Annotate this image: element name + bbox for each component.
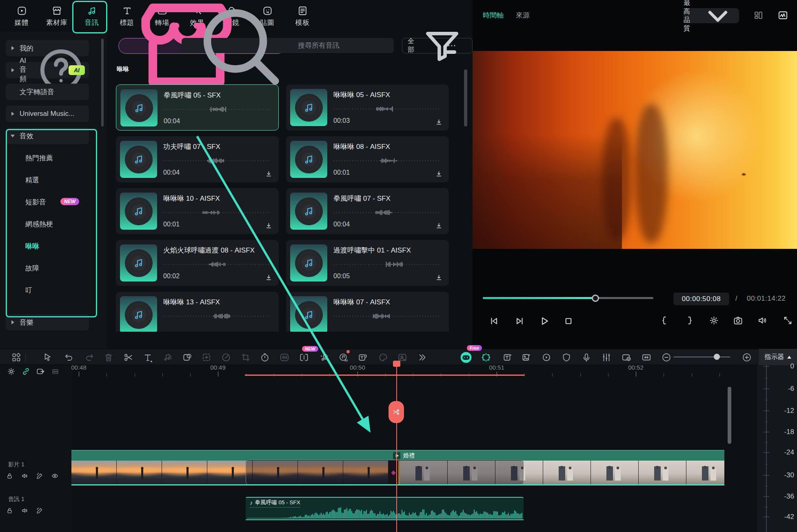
sidebar-item-熱門推薦[interactable]: 熱門推薦	[6, 150, 89, 166]
layout-grid-icon[interactable]	[753, 10, 764, 21]
export-media-icon[interactable]	[521, 352, 532, 363]
fullscreen-icon[interactable]	[782, 315, 793, 326]
ai-music-icon[interactable]: AI	[338, 352, 349, 363]
timer-icon[interactable]	[260, 352, 270, 363]
nav-tab-素材庫[interactable]: 素材庫	[39, 4, 74, 27]
sidebar-item-Universal Music...[interactable]: Universal Music...	[6, 106, 89, 122]
sidebar-item-短影音[interactable]: 短影音NEW	[6, 194, 89, 210]
audio-notes-icon[interactable]	[162, 352, 173, 363]
audio-mixer-icon[interactable]	[601, 352, 612, 363]
split-at-playhead-button[interactable]	[389, 401, 404, 423]
sidebar-item-叮[interactable]: 叮	[6, 282, 89, 298]
timeline-zoom-slider[interactable]	[673, 357, 730, 357]
sidebar-item-精選[interactable]: 精選	[6, 172, 89, 188]
nav-tab-媒體[interactable]: 媒體	[4, 4, 39, 27]
audio-card[interactable]: 拳風呼嘯 05 - SFX00:04	[116, 84, 279, 131]
download-icon[interactable]	[264, 222, 273, 230]
split-scissors-icon[interactable]	[123, 352, 133, 363]
scopes-icon[interactable]	[777, 10, 788, 21]
sidebar-item-AI音頻[interactable]: AI音頻AI	[6, 62, 89, 78]
audio-clip[interactable]: ♪ 拳風呼嘯 05 - SFX	[246, 497, 524, 519]
download-icon[interactable]	[435, 222, 443, 230]
search-box[interactable]	[182, 38, 394, 53]
add-keyframe-icon[interactable]	[201, 352, 212, 363]
lock-icon[interactable]	[6, 472, 13, 480]
link-clips-icon[interactable]	[21, 367, 31, 376]
sidebar-item-文字轉語音[interactable]: 文字轉語音	[6, 84, 89, 100]
toggle-visibility-icon[interactable]	[51, 472, 59, 480]
sidebar-item-咻咻[interactable]: 咻咻	[6, 238, 89, 254]
track-volume-icon[interactable]	[21, 472, 29, 480]
video-preview[interactable]	[473, 51, 797, 249]
magnet-icon[interactable]	[51, 367, 60, 376]
next-frame-icon[interactable]	[513, 315, 526, 327]
mask-icon[interactable]	[182, 352, 193, 363]
card-list-scrollbar[interactable]	[464, 69, 467, 126]
ai-paint-icon[interactable]	[378, 352, 389, 363]
speech-to-text-icon[interactable]	[357, 352, 368, 363]
auto-ripple-icon[interactable]	[36, 367, 45, 376]
snapshot-icon[interactable]	[733, 315, 744, 326]
audio-card[interactable]: 咻咻咻 08 - AISFX00:01	[286, 136, 449, 182]
audio-card[interactable]: 咻咻咻 07 - AISFX	[286, 292, 449, 332]
prev-frame-icon[interactable]	[488, 315, 500, 327]
filter-button[interactable]: 全部	[402, 38, 473, 53]
timeline-vertical-scrollbar[interactable]	[728, 387, 731, 444]
redo-icon[interactable]	[84, 352, 95, 363]
preview-tab-時間軸[interactable]: 時間軸	[483, 11, 504, 20]
play-icon[interactable]	[538, 315, 551, 327]
text-tool-icon[interactable]	[142, 352, 153, 363]
audio-card[interactable]: 咻咻咻 13 - AISFX	[116, 292, 279, 332]
audio-card[interactable]: 功夫呼嘯 07 - SFX00:04	[116, 136, 279, 182]
magic-wand-icon[interactable]	[36, 472, 44, 480]
speed-icon[interactable]	[221, 352, 231, 363]
smart-cut-icon[interactable]	[299, 352, 309, 363]
audio-card[interactable]: 咻咻咻 10 - AISFX00:01	[116, 188, 279, 234]
audio-card[interactable]: 咻咻咻 05 - AISFX00:03	[286, 84, 449, 131]
audio-stretch-icon[interactable]	[279, 352, 290, 363]
playhead-line[interactable]	[396, 362, 397, 532]
undo-icon[interactable]	[64, 352, 74, 363]
more-options-button[interactable]	[446, 41, 458, 51]
playhead-handle[interactable]	[393, 361, 400, 367]
track-volume-icon[interactable]	[21, 507, 29, 514]
more-tools-icon[interactable]	[417, 352, 427, 363]
timeline-zoom-knob[interactable]	[714, 354, 720, 360]
export-title-icon[interactable]	[502, 352, 513, 363]
render-preview-icon[interactable]	[541, 352, 552, 363]
sidebar-item-故障[interactable]: 故障	[6, 260, 89, 276]
current-timecode[interactable]: 00:00:50:08	[673, 293, 729, 305]
download-icon[interactable]	[264, 170, 273, 178]
download-icon[interactable]	[435, 118, 443, 126]
auto-fit-icon[interactable]	[641, 352, 652, 363]
audio-card[interactable]: 火焰火球呼嘯過渡 08 - AISFX00:02	[116, 240, 279, 286]
select-cursor-icon[interactable]	[42, 352, 53, 363]
mascot-icon[interactable]	[460, 351, 473, 364]
zoom-in-icon[interactable]	[741, 352, 752, 363]
audio-card[interactable]: 拳風呼嘯 07 - SFX00:04	[286, 188, 449, 234]
audio-card[interactable]: 過渡呼嘯擊中 01 - AISFX00:05	[286, 240, 449, 286]
preview-tab-來源[interactable]: 來源	[516, 11, 530, 20]
player-settings-icon[interactable]	[708, 315, 719, 326]
voiceover-mic-icon[interactable]	[581, 352, 592, 363]
trim-mode-icon[interactable]	[481, 352, 491, 363]
delete-icon[interactable]	[103, 352, 114, 363]
lock-icon[interactable]	[6, 507, 13, 514]
apps-grid-icon[interactable]	[11, 352, 22, 363]
mark-in-icon[interactable]	[659, 315, 670, 326]
beat-detect-icon[interactable]	[319, 352, 330, 363]
mark-out-icon[interactable]	[684, 315, 695, 326]
sidebar-item-網感熱梗[interactable]: 網感熱梗	[6, 216, 89, 232]
nav-tab-音訊[interactable]: 音訊	[74, 4, 109, 27]
replace-clip-icon[interactable]	[621, 352, 632, 363]
sidebar-item-音樂[interactable]: 音樂	[6, 314, 89, 330]
download-icon[interactable]	[435, 273, 443, 282]
search-input[interactable]	[297, 41, 389, 50]
quality-dropdown[interactable]: 最高品質	[684, 8, 739, 23]
zoom-out-icon[interactable]	[661, 352, 672, 363]
magic-wand-icon[interactable]	[36, 507, 44, 514]
crop-icon[interactable]	[240, 352, 251, 363]
sidebar-item-音效[interactable]: 音效	[6, 128, 89, 144]
download-icon[interactable]	[435, 170, 443, 178]
volume-icon[interactable]	[757, 315, 768, 326]
